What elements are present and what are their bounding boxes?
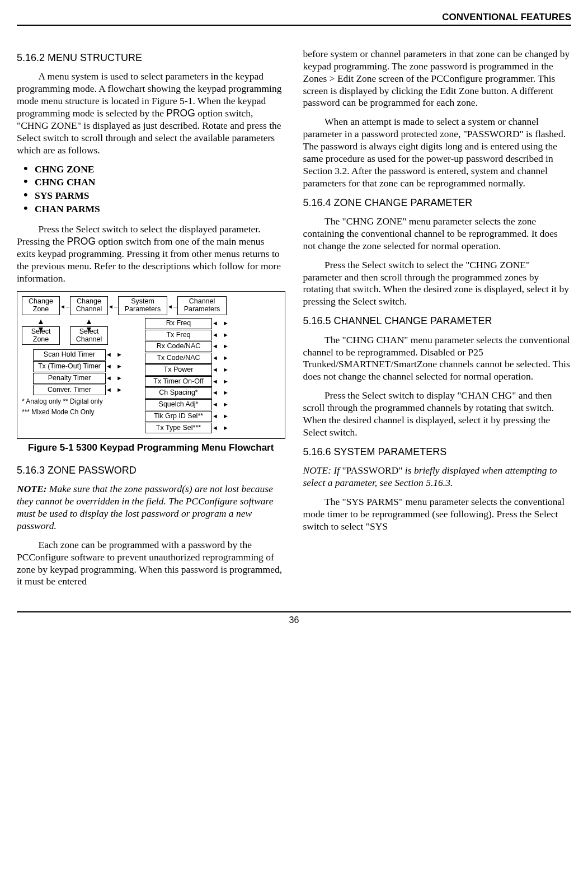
- heading-5-16-6: 5.16.6 SYSTEM PARAMETERS: [303, 446, 572, 458]
- bullet-item: CHNG ZONE: [23, 163, 285, 176]
- note-label: NOTE: If: [303, 465, 342, 476]
- double-arrow-icon: ◄►: [106, 386, 123, 394]
- fc-channel-params: Channel Parameters: [177, 296, 227, 315]
- fc-box: Scan Hold Timer: [33, 349, 106, 361]
- page-number: 36: [17, 611, 571, 626]
- chan-param-list: Rx Freq◄► Tx Freq◄► Rx Code/NAC◄► Tx Cod…: [145, 317, 280, 434]
- fc-box: Rx Freq: [145, 318, 212, 329]
- sys-param-item: Penalty Timer◄►: [33, 373, 134, 384]
- double-arrow-icon: ◄►: [212, 401, 229, 409]
- para-cont-1: before system or channel parameters in t…: [303, 48, 572, 109]
- note-body: Make sure that the zone password(s) are …: [17, 483, 274, 531]
- para-5-16-5-2: Press the Select switch to display "CHAN…: [303, 390, 572, 439]
- para-5-16-5-1: The "CHNG CHAN" menu parameter selects t…: [303, 334, 572, 383]
- chan-param-item: Tx Type Sel***◄►: [145, 423, 280, 434]
- vert-connector-icon: ▲▼: [70, 317, 108, 326]
- fc-change-channel: Change Channel: [70, 296, 108, 315]
- fc-system-params: System Parameters: [118, 296, 167, 315]
- para-5-16-6-1: The "SYS PARMS" menu parameter selects t…: [303, 496, 572, 533]
- chan-param-item: Ch Spacing*◄►: [145, 387, 280, 399]
- double-arrow-icon: ◄►: [212, 424, 229, 432]
- double-arrow-icon: ◄►: [106, 375, 123, 382]
- chan-param-item: Tx Timer On-Off◄►: [145, 376, 280, 387]
- sys-param-item: Scan Hold Timer◄►: [33, 349, 134, 361]
- prog-label-2: PROG: [67, 236, 96, 247]
- chan-param-item: Squelch Adj*◄►: [145, 399, 280, 410]
- double-arrow-icon: ◄►: [212, 389, 229, 397]
- chan-param-item: Rx Freq◄►: [145, 318, 280, 329]
- figure-5-1-flowchart: Change Zone Change Channel System Parame…: [17, 291, 285, 439]
- chan-param-item: Tx Freq◄►: [145, 330, 280, 341]
- page-header: CONVENTIONAL FEATURES: [17, 11, 571, 26]
- note-5-16-3: NOTE: Make sure that the zone password(s…: [17, 483, 285, 532]
- fc-box: Conver. Timer: [33, 385, 106, 396]
- fc-box: Tx Timer On-Off: [145, 376, 212, 387]
- flowchart-top-row: Change Zone Change Channel System Parame…: [22, 296, 280, 315]
- fc-box: Tx Freq: [145, 330, 212, 341]
- chan-param-item: Rx Code/NAC◄►: [145, 341, 280, 352]
- heading-5-16-4: 5.16.4 ZONE CHANGE PARAMETER: [303, 196, 572, 209]
- chan-param-item: Tx Code/NAC◄►: [145, 353, 280, 364]
- para-cont-2: When an attempt is made to select a syst…: [303, 116, 572, 189]
- flowchart-footnote-1: * Analog only ** Digital only: [22, 397, 134, 406]
- chan-param-item: Tx Power◄►: [145, 364, 280, 376]
- sys-param-item: Conver. Timer◄►: [33, 385, 134, 396]
- note-label: NOTE:: [17, 483, 46, 494]
- fc-select-channel: Select Channel: [70, 326, 108, 345]
- para-5-16-4-2: Press the Select switch to select the "C…: [303, 259, 572, 308]
- para-5-16-3-1: Each zone can be programmed with a passw…: [17, 539, 285, 588]
- two-column-layout: 5.16.2 MENU STRUCTURE A menu system is u…: [17, 48, 571, 595]
- fc-box: Tx Power: [145, 364, 212, 376]
- bullet-item: SYS PARMS: [23, 190, 285, 202]
- fc-box: Squelch Adj*: [145, 399, 212, 410]
- fc-box: Tx (Time-Out) Timer: [33, 361, 106, 372]
- double-arrow-icon: ◄►: [212, 331, 229, 339]
- menu-bullets: CHNG ZONE CHNG CHAN SYS PARMS CHAN PARMS: [23, 163, 285, 216]
- double-arrow-icon: [167, 302, 177, 310]
- note-quote: "PASSWORD": [342, 465, 403, 476]
- heading-5-16-3: 5.16.3 ZONE PASSWORD: [17, 464, 285, 477]
- double-arrow-icon: ◄►: [106, 351, 123, 359]
- flowchart-footnote-2: *** Mixed Mode Ch Only: [22, 408, 134, 417]
- fc-box: Rx Code/NAC: [145, 341, 212, 352]
- flowchart-lower: ▲▼ Select Zone ▲▼ Select Channel Scan Ho…: [22, 317, 280, 434]
- fc-box: Penalty Timer: [33, 373, 106, 384]
- figure-caption: Figure 5-1 5300 Keypad Programming Menu …: [17, 442, 285, 453]
- fc-select-zone: Select Zone: [22, 326, 60, 345]
- sys-param-item: Tx (Time-Out) Timer◄►: [33, 361, 134, 372]
- double-arrow-icon: ◄►: [212, 413, 229, 420]
- double-arrow-icon: ◄►: [212, 366, 229, 374]
- para-5-16-4-1: The "CHNG ZONE" menu parameter selects t…: [303, 216, 572, 252]
- fc-box: Tx Type Sel***: [145, 423, 212, 434]
- fc-box: Ch Spacing*: [145, 387, 212, 399]
- right-column: before system or channel parameters in t…: [303, 48, 572, 595]
- prog-label-1: PROG: [166, 107, 195, 119]
- fc-change-zone: Change Zone: [22, 296, 60, 315]
- double-arrow-icon: ◄►: [212, 320, 229, 327]
- double-arrow-icon: ◄►: [106, 363, 123, 371]
- double-arrow-icon: ◄►: [212, 378, 229, 386]
- bullet-item: CHAN PARMS: [23, 203, 285, 216]
- note-5-16-6: NOTE: If "PASSWORD" is briefly displayed…: [303, 465, 572, 489]
- heading-5-16-5: 5.16.5 CHANNEL CHANGE PARAMETER: [303, 315, 572, 327]
- double-arrow-icon: [108, 302, 118, 310]
- fc-box: Tlk Grp ID Sel**: [145, 411, 212, 422]
- flowchart-left-group: ▲▼ Select Zone ▲▼ Select Channel Scan Ho…: [22, 317, 134, 434]
- left-column: 5.16.2 MENU STRUCTURE A menu system is u…: [17, 48, 285, 595]
- chan-param-item: Tlk Grp ID Sel**◄►: [145, 411, 280, 422]
- double-arrow-icon: [60, 302, 70, 310]
- para-5-16-2-1: A menu system is used to select paramete…: [17, 71, 285, 156]
- flowchart-selects: ▲▼ Select Zone ▲▼ Select Channel: [22, 317, 134, 345]
- header-title: CONVENTIONAL FEATURES: [442, 12, 571, 22]
- vert-connector-icon: ▲▼: [22, 317, 60, 326]
- sys-param-list: Scan Hold Timer◄► Tx (Time-Out) Timer◄► …: [33, 349, 134, 395]
- bullet-item: CHNG CHAN: [23, 176, 285, 189]
- double-arrow-icon: ◄►: [212, 354, 229, 362]
- para-5-16-2-2: Press the Select switch to select the di…: [17, 223, 285, 284]
- heading-5-16-2: 5.16.2 MENU STRUCTURE: [17, 52, 285, 64]
- double-arrow-icon: ◄►: [212, 343, 229, 350]
- fc-box: Tx Code/NAC: [145, 353, 212, 364]
